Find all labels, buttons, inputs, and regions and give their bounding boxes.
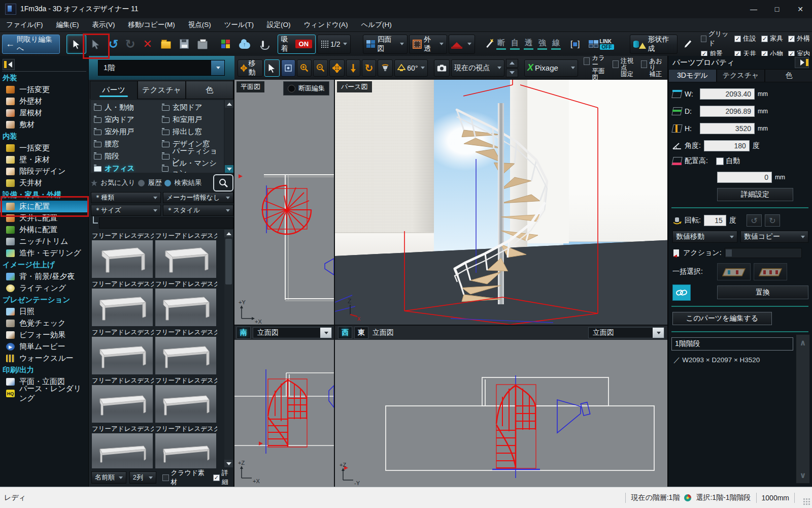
menu-window[interactable]: ウィンドウ(A) (304, 20, 348, 29)
sidebar-item-place-outdoor[interactable]: 外構に配置 (0, 224, 89, 236)
columns-select[interactable]: 2列 (129, 471, 156, 484)
link-button[interactable] (672, 284, 691, 301)
style-select[interactable]: ＊スタイル (163, 205, 233, 216)
properties-scrollbar[interactable]: ∧ ∨ (796, 334, 810, 484)
panel-collapse-button[interactable] (795, 57, 809, 68)
direction-west-button[interactable]: 西 (338, 327, 352, 339)
view-preset-select[interactable]: 現在の視点 (451, 59, 504, 77)
scrollbar-thumb[interactable] (225, 239, 232, 284)
dropdown-button[interactable] (320, 328, 331, 338)
resize-grip[interactable] (803, 498, 810, 505)
menu-help[interactable]: ヘルプ(H) (361, 20, 392, 29)
rotate-input[interactable] (704, 215, 726, 226)
tab-texture[interactable]: テクスチャ (138, 81, 185, 99)
angle-input[interactable] (704, 140, 750, 151)
category-entrance-door[interactable]: 玄関ドア (162, 101, 202, 113)
print-button[interactable] (194, 35, 211, 54)
maker-select[interactable]: メーカー情報なし (163, 192, 233, 203)
sidebar-item-exterior-wall[interactable]: 外壁材 (0, 96, 89, 107)
placement-height-input[interactable] (717, 172, 772, 183)
sidebar-item-walkthrough[interactable]: ウォークスルー (0, 353, 89, 364)
category-interior-door[interactable]: 室内ドア (94, 113, 134, 125)
material-library-button[interactable] (218, 35, 234, 54)
sidebar-item-roof-material[interactable]: 屋根材 (0, 107, 89, 119)
action-value-box[interactable] (725, 248, 802, 258)
shape-create-button[interactable]: 形状作成 (630, 35, 678, 54)
menu-viewpoint[interactable]: 視点(S) (188, 20, 211, 29)
scroll-down-button[interactable] (224, 460, 233, 467)
menu-settings[interactable]: 設定(O) (267, 20, 291, 29)
part-item[interactable]: フリーアドレスデスク... (155, 425, 217, 468)
menu-move-copy[interactable]: 移動/コピー(M) (128, 20, 175, 29)
category-sweep-window[interactable]: 掃出し窓 (162, 125, 202, 138)
camera-tilt-button[interactable] (378, 59, 393, 77)
view-select-tool-button[interactable] (264, 59, 280, 77)
view-angle-dropdown[interactable]: 60° (394, 59, 427, 77)
category-stairs[interactable]: 階段 (94, 150, 119, 162)
tab-3d-model[interactable]: 3Dモデル (668, 69, 717, 82)
size-select[interactable]: ＊サイズ (91, 205, 161, 216)
menu-file[interactable]: ファイル(F) (6, 20, 43, 29)
direction-south-button[interactable]: 南 (236, 327, 251, 339)
height-input[interactable] (700, 123, 755, 134)
width-input[interactable] (700, 88, 755, 100)
stepper-down-button[interactable] (506, 69, 518, 77)
orbit-button[interactable]: ↻ (362, 59, 377, 77)
south-view-select[interactable]: 立面図 (253, 327, 332, 338)
grid-scale-dropdown[interactable]: 1/2 (317, 35, 351, 54)
sidebar-item-easy-movie[interactable]: ▶簡単ムービー (0, 341, 89, 353)
checkbox-grid[interactable]: グリッド (701, 29, 729, 48)
category-building-mansion[interactable]: ビル・マンション (162, 162, 224, 173)
minimize-button[interactable]: — (742, 0, 765, 18)
parts-list-scrollbar[interactable] (224, 230, 233, 467)
section-tool-tou[interactable]: 透 (524, 38, 533, 50)
focus-selection-button[interactable]: [■] (567, 35, 584, 54)
snap-toggle[interactable]: 吸着 ON (278, 35, 316, 54)
tab-parts[interactable]: パーツ (90, 81, 138, 99)
sidebar-item-background-daynight[interactable]: 背・前景/昼夕夜 (0, 271, 89, 282)
sidebar-item-wall-floor[interactable]: 壁・床材 (0, 154, 89, 166)
west-view-select[interactable]: 立面図 (588, 327, 664, 338)
section-tool-sen[interactable]: 線 (551, 38, 561, 50)
redo-button[interactable]: ↻ (123, 35, 138, 54)
category-people-animals[interactable]: 人・動物 (94, 101, 134, 113)
numeric-copy-select[interactable]: 数値コピー (740, 231, 808, 243)
part-item[interactable]: フリーアドレスデスク... (155, 232, 217, 278)
detail-settings-button[interactable]: 詳細設定 (717, 188, 793, 201)
tab-color[interactable]: 色 (186, 81, 233, 99)
sort-select[interactable]: 名前順 (91, 471, 126, 484)
voice-button[interactable] (255, 35, 270, 54)
see-through-dropdown[interactable]: 外透 (409, 35, 448, 54)
rotate-ccw-button[interactable]: ↺ (747, 214, 762, 227)
selected-part-name[interactable]: 1階階段 (671, 337, 793, 351)
move-down-button[interactable] (346, 59, 360, 77)
search-button[interactable] (213, 174, 233, 192)
checkbox-color-plan[interactable]: カラー平面図 (584, 55, 607, 81)
render-engine-select[interactable]: X Pixage (524, 59, 578, 77)
delete-button[interactable]: ✕ (140, 35, 156, 54)
rotate-cw-button[interactable]: ↻ (765, 214, 780, 227)
zoom-in-button[interactable] (297, 59, 312, 77)
open-file-button[interactable] (157, 35, 175, 54)
part-item[interactable]: フリーアドレスデスク... (155, 328, 217, 374)
section-tool-kyou[interactable]: 強 (537, 38, 547, 50)
move-tool-button[interactable]: 移動 (238, 59, 263, 77)
sidebar-item-paving[interactable]: 敷材 (0, 119, 89, 131)
scroll-down-button[interactable] (225, 165, 233, 173)
part-item[interactable]: フリーアドレスデスク... (155, 376, 217, 423)
sidebar-item-niche-trim[interactable]: ニッチ/トリム (0, 236, 89, 247)
part-item[interactable]: フリーアドレスデスク... (155, 280, 217, 326)
menu-tools[interactable]: ツール(T) (224, 20, 254, 29)
section-edit-button[interactable]: 断面編集 (283, 81, 329, 96)
part-item[interactable]: フリーアドレスデスク... (92, 425, 154, 468)
west-elevation-viewport[interactable]: +Z -Y (335, 340, 667, 487)
sidebar-collapse-button[interactable] (3, 59, 15, 70)
floor-select-dropdown-button[interactable] (211, 60, 224, 75)
perspective-viewport[interactable]: Z x パース図 (335, 80, 667, 325)
stepper-up-button[interactable] (506, 59, 518, 68)
cloud-upload-button[interactable] (235, 35, 254, 54)
checkbox-cloud-material[interactable]: クラウド素材 (162, 468, 210, 487)
sidebar-item-color-vision-check[interactable]: 色覚チェック (0, 318, 89, 329)
scroll-up-button[interactable] (224, 230, 233, 237)
depth-input[interactable] (700, 106, 755, 117)
